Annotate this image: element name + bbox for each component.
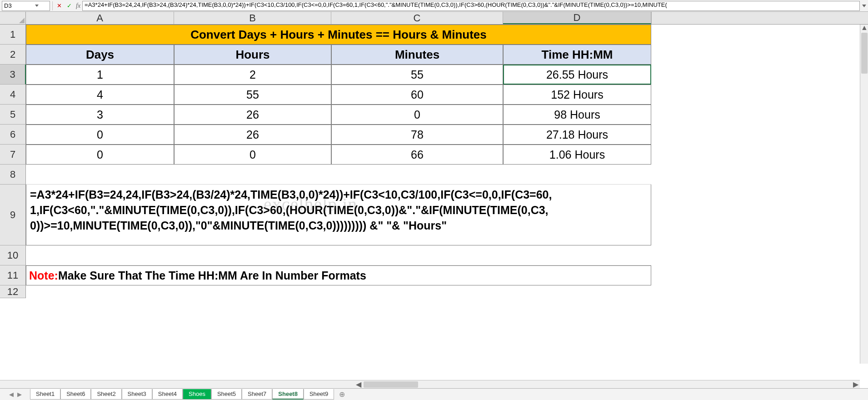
formula-display-cell[interactable]: =A3*24+IF(B3=24,24,IF(B3>24,(B3/24)*24,T…: [26, 185, 651, 245]
scrollbar-vertical[interactable]: ▲: [860, 24, 868, 364]
row-header-2[interactable]: 2: [0, 45, 26, 65]
header-hours[interactable]: Hours: [174, 45, 331, 65]
row-header-6[interactable]: 6: [0, 125, 26, 145]
title-cell[interactable]: Convert Days + Hours + Minutes == Hours …: [26, 25, 651, 45]
header-minutes[interactable]: Minutes: [331, 45, 503, 65]
header-days[interactable]: Days: [26, 45, 174, 65]
sheet-tab-bar: ◀ ▶ Sheet1Sheet6Sheet2Sheet3Sheet4ShoesS…: [0, 388, 868, 400]
name-box[interactable]: D3: [2, 1, 50, 11]
name-box-dropdown-icon[interactable]: [26, 1, 48, 10]
sheet-tab-shoes[interactable]: Shoes: [183, 389, 211, 400]
scroll-left-icon[interactable]: ◀: [354, 380, 363, 389]
column-header-B[interactable]: B: [174, 12, 331, 24]
cell-D5[interactable]: 98 Hours: [503, 105, 651, 125]
formula-expand-icon[interactable]: [860, 5, 868, 7]
scroll-thumb-h[interactable]: [364, 381, 418, 388]
row-header-7[interactable]: 7: [0, 145, 26, 165]
column-header-C[interactable]: C: [331, 12, 503, 24]
cancel-icon[interactable]: ✕: [54, 1, 64, 11]
cell-row8[interactable]: [26, 165, 651, 185]
cell-C6[interactable]: 78: [331, 125, 503, 145]
cell-row12[interactable]: [26, 285, 651, 298]
cell-A6[interactable]: 0: [26, 125, 174, 145]
sheet-tab-sheet7[interactable]: Sheet7: [242, 389, 272, 400]
sheet-tab-sheet6[interactable]: Sheet6: [60, 389, 91, 400]
tab-nav: ◀ ▶: [8, 391, 23, 398]
cell-row10[interactable]: [26, 245, 651, 265]
row-header-9[interactable]: 9: [0, 185, 26, 245]
note-cell[interactable]: Note: Make Sure That The Time HH:MM Are …: [26, 265, 651, 285]
cell-A7[interactable]: 0: [26, 145, 174, 165]
cell-A5[interactable]: 3: [26, 105, 174, 125]
row-header-11[interactable]: 11: [0, 265, 26, 285]
row-header-10[interactable]: 10: [0, 245, 26, 265]
scroll-up-icon[interactable]: ▲: [860, 24, 868, 32]
sheet-tab-sheet2[interactable]: Sheet2: [91, 389, 121, 400]
scrollbar-horizontal[interactable]: ◀ ▶: [0, 380, 860, 388]
header-time-hh-mm[interactable]: Time HH:MM: [503, 45, 651, 65]
tab-next-icon[interactable]: ▶: [16, 391, 23, 398]
row-headers: 123456789101112: [0, 25, 26, 298]
spreadsheet-grid: ABCD 123456789101112 Convert Days + Hour…: [0, 12, 868, 384]
cell-B6[interactable]: 26: [174, 125, 331, 145]
row-header-3[interactable]: 3: [0, 65, 26, 85]
scroll-right-icon[interactable]: ▶: [852, 380, 860, 389]
column-header-D[interactable]: D: [503, 12, 651, 24]
cell-B4[interactable]: 55: [174, 85, 331, 105]
row-header-12[interactable]: 12: [0, 285, 26, 298]
cell-A4[interactable]: 4: [26, 85, 174, 105]
formula-input[interactable]: =A3*24+IF(B3=24,24,IF(B3>24,(B3/24)*24,T…: [82, 1, 860, 11]
sheet-tab-sheet8[interactable]: Sheet8: [272, 389, 304, 400]
cells-area: Convert Days + Hours + Minutes == Hours …: [26, 25, 651, 298]
cell-C7[interactable]: 66: [331, 145, 503, 165]
select-all-corner[interactable]: [0, 12, 26, 25]
row-header-5[interactable]: 5: [0, 105, 26, 125]
sheet-tab-sheet1[interactable]: Sheet1: [30, 389, 60, 400]
cell-D4[interactable]: 152 Hours: [503, 85, 651, 105]
sheet-tab-sheet9[interactable]: Sheet9: [304, 389, 334, 400]
row-header-8[interactable]: 8: [0, 165, 26, 185]
sheet-tab-sheet5[interactable]: Sheet5: [211, 389, 242, 400]
cell-B3[interactable]: 2: [174, 65, 331, 85]
add-sheet-icon[interactable]: ⊕: [337, 390, 347, 399]
cell-D3[interactable]: 26.55 Hours: [503, 65, 651, 85]
fx-icon[interactable]: fx: [76, 2, 80, 10]
separator: [52, 1, 53, 10]
scroll-thumb-v[interactable]: [861, 33, 868, 74]
sheet-tab-sheet4[interactable]: Sheet4: [152, 389, 183, 400]
cell-A3[interactable]: 1: [26, 65, 174, 85]
column-header-A[interactable]: A: [26, 12, 174, 24]
tab-prev-icon[interactable]: ◀: [8, 391, 15, 398]
cell-C3[interactable]: 55: [331, 65, 503, 85]
cell-C4[interactable]: 60: [331, 85, 503, 105]
formula-bar: D3 ✕ ✓ fx =A3*24+IF(B3=24,24,IF(B3>24,(B…: [0, 0, 868, 12]
row-header-4[interactable]: 4: [0, 85, 26, 105]
column-header-blank[interactable]: [651, 12, 652, 24]
row-header-1[interactable]: 1: [0, 25, 26, 45]
cell-B5[interactable]: 26: [174, 105, 331, 125]
column-headers: ABCD: [0, 12, 868, 25]
enter-icon[interactable]: ✓: [64, 1, 74, 11]
sheet-tab-sheet3[interactable]: Sheet3: [122, 389, 152, 400]
cell-D7[interactable]: 1.06 Hours: [503, 145, 651, 165]
cell-C5[interactable]: 0: [331, 105, 503, 125]
name-box-value: D3: [4, 2, 26, 9]
cell-D6[interactable]: 27.18 Hours: [503, 125, 651, 145]
cell-B7[interactable]: 0: [174, 145, 331, 165]
